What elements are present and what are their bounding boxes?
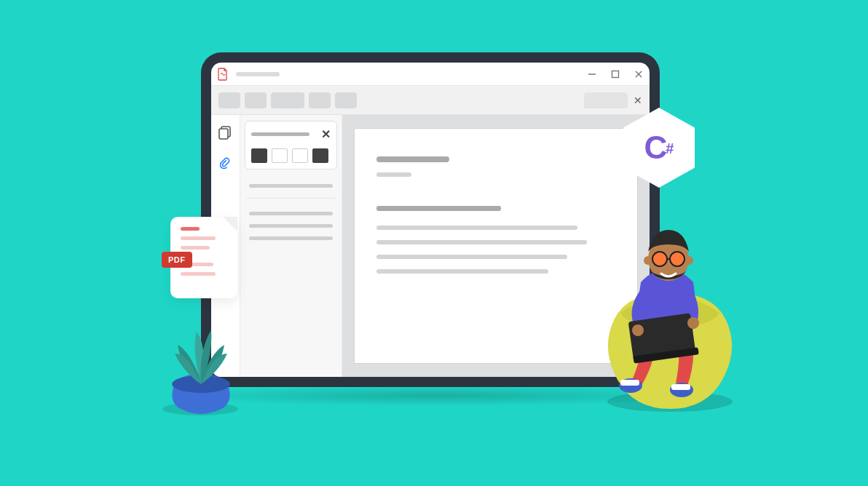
toolbar-button[interactable] — [335, 92, 357, 108]
maximize-button[interactable] — [610, 69, 620, 79]
pdf-card-line — [181, 246, 210, 250]
minimize-button[interactable] — [587, 69, 597, 79]
svg-point-15 — [632, 324, 644, 336]
toolbar-button[interactable] — [271, 92, 304, 108]
attachment-icon[interactable] — [218, 157, 234, 173]
csharp-logo: C # — [644, 130, 674, 166]
plant-illustration — [146, 301, 255, 418]
pdf-badge: PDF — [162, 252, 192, 268]
swatch[interactable] — [292, 148, 308, 163]
svg-point-19 — [684, 256, 693, 265]
svg-point-21 — [670, 252, 684, 266]
panel-header: ✕ — [245, 121, 337, 170]
panel-item[interactable] — [249, 212, 333, 215]
svg-point-16 — [687, 317, 699, 329]
toolbar-tab[interactable] — [584, 92, 628, 108]
panel-divider — [246, 198, 336, 199]
toolbar-button[interactable] — [218, 92, 240, 108]
pdf-app-icon — [217, 68, 229, 81]
swatch[interactable] — [312, 148, 328, 163]
panel-close-icon[interactable]: ✕ — [321, 127, 331, 141]
toolbar-button[interactable] — [245, 92, 267, 108]
swatch-row — [251, 148, 331, 163]
developer-character — [597, 202, 743, 413]
titlebar — [211, 63, 650, 86]
pdf-app-window: ✕ ✕ — [211, 63, 650, 377]
panel-item[interactable] — [249, 184, 333, 188]
svg-rect-12 — [671, 384, 690, 390]
csharp-hash: # — [666, 140, 674, 157]
svg-rect-1 — [612, 71, 619, 77]
toolbar-button[interactable] — [309, 92, 331, 108]
tab-close-icon[interactable]: ✕ — [634, 95, 642, 106]
csharp-hexagon: C # — [623, 108, 695, 188]
svg-point-18 — [644, 256, 652, 265]
doc-line — [376, 255, 567, 259]
doc-line — [376, 240, 587, 244]
doc-line — [376, 269, 548, 274]
pages-icon[interactable] — [218, 125, 234, 141]
panel-item[interactable] — [249, 224, 333, 228]
panel-title-placeholder — [251, 132, 309, 136]
main-area: ✕ — [211, 115, 650, 377]
page-fold-icon — [223, 217, 237, 231]
window-title-placeholder — [236, 72, 280, 76]
svg-rect-5 — [219, 129, 228, 139]
swatch[interactable] — [251, 148, 267, 163]
svg-point-20 — [652, 252, 667, 266]
doc-line — [376, 226, 577, 230]
window-controls — [587, 69, 644, 79]
csharp-letter: C — [644, 130, 668, 166]
pdf-file-card: PDF — [170, 217, 237, 298]
document-page — [354, 128, 638, 364]
swatch[interactable] — [272, 148, 288, 163]
svg-rect-10 — [620, 380, 639, 386]
pdf-card-line — [181, 236, 216, 240]
close-button[interactable] — [634, 69, 644, 79]
tablet-frame: ✕ ✕ — [201, 52, 660, 387]
doc-heading-placeholder — [376, 156, 449, 162]
pdf-card-line — [181, 227, 200, 231]
toolbar: ✕ — [211, 86, 650, 115]
doc-line — [376, 206, 501, 211]
side-panel: ✕ — [240, 115, 342, 377]
pdf-card-line — [181, 272, 216, 276]
doc-subheading-placeholder — [376, 172, 411, 177]
panel-item[interactable] — [249, 236, 333, 240]
tab-strip: ✕ — [584, 92, 642, 108]
